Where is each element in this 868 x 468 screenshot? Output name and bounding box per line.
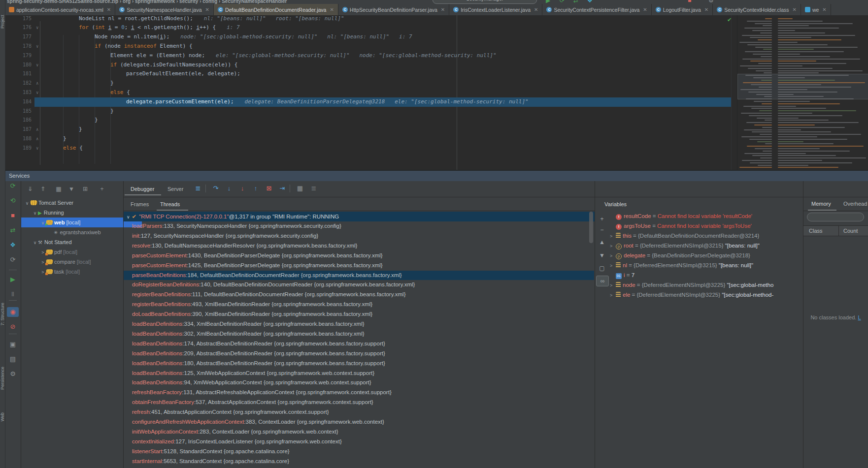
- close-icon[interactable]: ✕: [205, 7, 209, 12]
- stack-frame-row[interactable]: loadBeanDefinitions:180, AbstractBeanDef…: [124, 359, 594, 369]
- line-number[interactable]: 184: [14, 97, 32, 107]
- stack-frame-row[interactable]: refresh:451, AbstractApplicationContext …: [124, 407, 594, 417]
- restart-debugger-icon[interactable]: ⟲: [7, 196, 19, 206]
- column-divider[interactable]: [838, 226, 839, 236]
- close-icon[interactable]: ✕: [643, 7, 647, 12]
- chevron-right-icon[interactable]: >: [610, 241, 616, 250]
- stack-frame-row[interactable]: loadBeanDefinitions:125, XmlWebApplicati…: [124, 369, 594, 378]
- stack-frame-row[interactable]: configureAndRefreshWebApplicationContext…: [124, 417, 594, 427]
- stack-frame-row[interactable]: loadParsers:133, SecurityNamespaceHandle…: [124, 221, 594, 231]
- duplicate-icon[interactable]: ▢: [596, 263, 608, 273]
- stack-frame-row[interactable]: initWebApplicationContext:283, ContextLo…: [124, 427, 594, 437]
- chevron-right-icon[interactable]: >: [40, 248, 46, 257]
- filter-icon[interactable]: ▼: [66, 185, 77, 193]
- thread-row[interactable]: ∨✔"RMI TCP Connection(2)-127.0.0.1"@1,31…: [124, 212, 595, 221]
- line-number[interactable]: 175: [14, 15, 32, 23]
- editor-line[interactable]: }: [110, 79, 114, 88]
- editor-tab[interactable]: CHttpSecurityBeanDefinitionParser.java✕: [338, 4, 449, 15]
- chevron-down-icon[interactable]: ∨: [127, 215, 130, 219]
- variable-row-ele[interactable]: >ele = {DeferredElementNSImpl@3225} "[se…: [610, 290, 802, 300]
- editor-tab[interactable]: CSecurityNamespaceHandler.java✕: [115, 4, 214, 15]
- stack-frame-row[interactable]: parseBeanDefinitions:184, DefaultBeanDef…: [124, 271, 594, 281]
- chevron-down-icon[interactable]: ∨: [32, 238, 38, 248]
- stack-frame-row[interactable]: loadBeanDefinitions:302, XmlBeanDefiniti…: [124, 329, 594, 339]
- code-minimap[interactable]: [737, 15, 868, 170]
- chevron-right-icon[interactable]: >: [610, 281, 616, 290]
- variable-row-i[interactable]: 01i = 7: [610, 270, 802, 280]
- mute-breakpoints-icon[interactable]: ⊘: [7, 322, 19, 332]
- services-config-icon[interactable]: ❖: [7, 240, 19, 250]
- chevron-right-icon[interactable]: >: [40, 257, 46, 267]
- run-configuration-combo[interactable]: SecurityManager: [433, 0, 537, 4]
- rerun-icon[interactable]: ⟳: [560, 0, 565, 4]
- editor-line[interactable]: }: [79, 125, 82, 134]
- editor-tab[interactable]: applicationContext-security-nocas.xml✕: [5, 4, 115, 15]
- tree-item-not-started[interactable]: ∨⚒Not Started: [21, 237, 134, 247]
- editor-line[interactable]: }: [63, 134, 67, 144]
- fold-marker-icon[interactable]: ∨: [36, 88, 38, 97]
- step-into-icon[interactable]: ↓: [224, 184, 234, 193]
- tab-server[interactable]: Server: [167, 183, 183, 195]
- stack-frame-row[interactable]: parseCustomElement:1430, BeanDefinitionP…: [124, 251, 594, 261]
- chevron-down-icon[interactable]: ∨: [32, 208, 38, 218]
- view-breakpoints-icon[interactable]: ◉: [7, 307, 19, 317]
- add-service-icon[interactable]: +: [97, 185, 107, 193]
- editor-line[interactable]: for (int i = 0; i < nl.getLength(); i++)…: [79, 23, 240, 32]
- variable-row-delegate[interactable]: >pdelegate = {BeanDefinitionParserDelega…: [610, 250, 802, 260]
- line-number[interactable]: 177: [14, 32, 32, 42]
- tree-item-tomcat-server[interactable]: ∨Tomcat Server: [21, 198, 126, 208]
- variable-row-node[interactable]: >node = {DeferredElementNSImpl@3225} "[s…: [610, 280, 802, 290]
- line-number[interactable]: 189: [14, 144, 32, 153]
- editor-tab[interactable]: CSecurityContextPersistenceFilter.java✕: [542, 4, 651, 15]
- line-number[interactable]: 182: [14, 79, 32, 88]
- rerun-icon[interactable]: ⟳: [7, 181, 19, 191]
- stack-frame-row[interactable]: startInternal:5653, StandardContext {org…: [124, 457, 594, 467]
- fold-marker-icon[interactable]: ∧: [36, 79, 38, 88]
- layout-icon[interactable]: ▤: [7, 354, 19, 364]
- variable-row-resultCode[interactable]: !resultCode = Cannot find local variable…: [610, 211, 802, 221]
- tab-frames[interactable]: Frames: [131, 198, 149, 211]
- line-number[interactable]: 179: [14, 51, 32, 61]
- stack-frame-row[interactable]: loadBeanDefinitions:334, XmlBeanDefiniti…: [124, 319, 594, 329]
- dock-label-web[interactable]: Web: [0, 412, 5, 421]
- editor-tab[interactable]: CIrisContextLoaderListener.java✕: [449, 4, 542, 15]
- new-frame-icon[interactable]: ⊞: [80, 185, 91, 193]
- close-icon[interactable]: ✕: [822, 7, 826, 12]
- collapse-all-icon[interactable]: ⇑: [37, 185, 48, 193]
- variable-row-this[interactable]: >this = {DefaultBeanDefinitionDocumentRe…: [610, 231, 802, 241]
- chevron-right-icon[interactable]: >: [610, 290, 616, 300]
- show-watches-icon[interactable]: ∞: [596, 276, 609, 286]
- variable-row-nl[interactable]: >nl = {DeferredElementNSImpl@3215} "[bea…: [610, 260, 802, 270]
- run-icon[interactable]: ▶: [546, 0, 550, 4]
- stack-frame-row[interactable]: refreshBeanFactory:131, AbstractRefresha…: [124, 388, 594, 398]
- column-count[interactable]: Count: [843, 226, 858, 236]
- group-by-icon[interactable]: ▦: [53, 185, 64, 193]
- tab-overhead[interactable]: Overhead: [843, 197, 867, 211]
- line-number[interactable]: 188: [14, 134, 32, 144]
- editor-line[interactable]: delegate.parseCustomElement(ele);delegat…: [126, 97, 529, 107]
- editor-line[interactable]: else {: [110, 88, 130, 97]
- editor-tab[interactable]: we✕: [801, 4, 831, 15]
- close-icon[interactable]: ✕: [534, 7, 538, 12]
- fold-marker-icon[interactable]: ∨: [36, 42, 38, 51]
- editor-line[interactable]: parseDefaultElement(ele, delegate);: [126, 69, 240, 79]
- move-down-icon[interactable]: ▼: [596, 250, 608, 260]
- memory-table-header[interactable]: Class Count: [803, 225, 868, 236]
- step-over-icon[interactable]: ↷: [210, 184, 221, 193]
- tree-item-running[interactable]: ∨▶Running: [21, 208, 134, 218]
- chevron-right-icon[interactable]: >: [40, 267, 46, 277]
- refresh-icon[interactable]: ⟳: [7, 255, 19, 265]
- fold-marker-icon[interactable]: ∨: [36, 144, 38, 153]
- close-icon[interactable]: ✕: [330, 7, 334, 12]
- editor-tab[interactable]: CDefaultBeanDefinitionDocumentReader.jav…: [214, 4, 338, 15]
- stack-frame-row[interactable]: loadBeanDefinitions:209, AbstractBeanDef…: [124, 349, 594, 359]
- stop-icon[interactable]: ■: [688, 0, 691, 4]
- variable-row-argsToUse[interactable]: !argsToUse = Cannot find local variable …: [610, 221, 802, 231]
- load-classes-link[interactable]: L: [858, 314, 861, 320]
- line-number[interactable]: 176: [14, 23, 32, 32]
- update-application-icon[interactable]: ⇄: [7, 225, 19, 235]
- close-icon[interactable]: ✕: [704, 7, 708, 12]
- column-class[interactable]: Class: [809, 226, 823, 236]
- update-application-icon[interactable]: ⇄: [573, 0, 578, 4]
- stack-frame-row[interactable]: registerBeanDefinitions:493, XmlBeanDefi…: [124, 300, 594, 310]
